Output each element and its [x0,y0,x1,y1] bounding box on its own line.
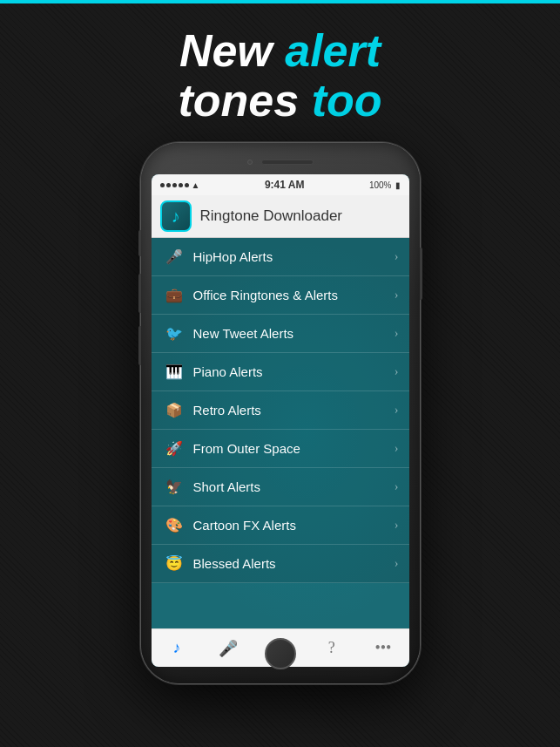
top-stripe [0,0,560,3]
tweet-icon: 🐦 [162,325,186,342]
camera-dot [247,160,253,165]
side-button-vol-up [138,274,141,313]
list-container: 🎤 HipHop Alerts › 💼 Office Ringtones & A… [152,238,409,628]
retro-label: Retro Alerts [193,403,395,418]
tab-record[interactable]: 🎤 [203,629,254,667]
side-button-mute [138,230,141,256]
list-item[interactable]: 🐦 New Tweet Alerts › [152,315,409,353]
chevron-icon-8: › [395,557,399,571]
chevron-icon-6: › [395,480,399,494]
signal-dot-5 [185,183,189,187]
side-button-vol-down [138,326,141,365]
tab-music[interactable]: ♪ [152,629,203,667]
help-tab-icon: ? [328,639,335,657]
list-item[interactable]: 🦅 Short Alerts › [152,468,409,506]
signal-dot-3 [172,183,177,187]
phone-wrapper: ▲ 9:41 AM 100% ▮ ♪ Ringtone Downloader [141,143,420,683]
status-time: 9:41 AM [265,179,305,191]
list-item[interactable]: 🎤 HipHop Alerts › [152,238,409,276]
chevron-icon-3: › [395,365,399,379]
list-item[interactable]: 😇 Blessed Alerts › [152,545,409,583]
app-title: Ringtone Downloader [200,207,343,225]
retro-icon: 📦 [162,402,186,418]
signal-bars [160,183,189,187]
chevron-icon-5: › [395,442,399,456]
phone-screen: ▲ 9:41 AM 100% ▮ ♪ Ringtone Downloader [152,174,409,667]
header-word-new: New [179,25,273,76]
short-label: Short Alerts [193,479,395,494]
phone-outer: ▲ 9:41 AM 100% ▮ ♪ Ringtone Downloader [141,143,420,683]
list-item[interactable]: 🎹 Piano Alerts › [152,353,409,391]
header-word-tones: tones [179,75,300,126]
blessed-label: Blessed Alerts [193,556,395,571]
chevron-icon-2: › [395,327,399,341]
tab-more[interactable]: ••• [357,629,408,667]
tweet-label: New Tweet Alerts [193,326,395,341]
chevron-icon-4: › [395,404,399,418]
list-item[interactable]: 📦 Retro Alerts › [152,391,409,430]
cartoon-label: Cartoon FX Alerts [193,518,395,533]
office-label: Office Ringtones & Alerts [193,288,395,302]
signal-dot-4 [179,183,183,187]
short-icon: 🦅 [162,479,186,495]
battery-icon: ▮ [395,180,401,190]
app-logo-icon: ♪ [172,207,180,227]
hiphop-label: HipHop Alerts [193,249,395,264]
list-item[interactable]: 🚀 From Outer Space › [152,430,409,468]
blessed-icon: 😇 [162,555,186,572]
piano-icon: 🎹 [162,363,186,380]
space-icon: 🚀 [162,440,186,457]
header-word-too: too [312,75,382,126]
office-icon: 💼 [162,287,186,303]
more-tab-icon: ••• [374,639,391,657]
app-header: ♪ Ringtone Downloader [152,195,409,238]
side-button-power [420,248,422,300]
cartoon-icon: 🎨 [162,517,186,533]
signal-dot-2 [166,183,171,187]
chevron-icon-1: › [395,289,399,302]
music-tab-icon: ♪ [173,639,181,657]
chevron-icon-7: › [395,519,399,533]
space-label: From Outer Space [193,441,395,456]
status-bar: ▲ 9:41 AM 100% ▮ [152,174,409,195]
battery-percent: 100% [369,180,392,190]
header-text: New alert tones too [179,26,382,126]
hiphop-icon: 🎤 [162,248,186,265]
home-button[interactable] [265,638,296,669]
piano-label: Piano Alerts [193,364,395,379]
app-logo: ♪ [160,200,192,232]
list-item[interactable]: 🎨 Cartoon FX Alerts › [152,506,409,545]
signal-dot-1 [160,183,165,187]
record-tab-icon: 🎤 [219,639,238,658]
list-item[interactable]: 💼 Office Ringtones & Alerts › [152,276,409,315]
status-right: 100% ▮ [369,180,401,190]
status-left: ▲ [160,180,200,190]
speaker-grill [261,160,314,165]
tab-help[interactable]: ? [306,629,357,667]
phone-top-elements [152,153,409,171]
chevron-icon-0: › [395,250,399,264]
wifi-icon: ▲ [192,180,200,190]
header-word-alert: alert [285,25,381,76]
